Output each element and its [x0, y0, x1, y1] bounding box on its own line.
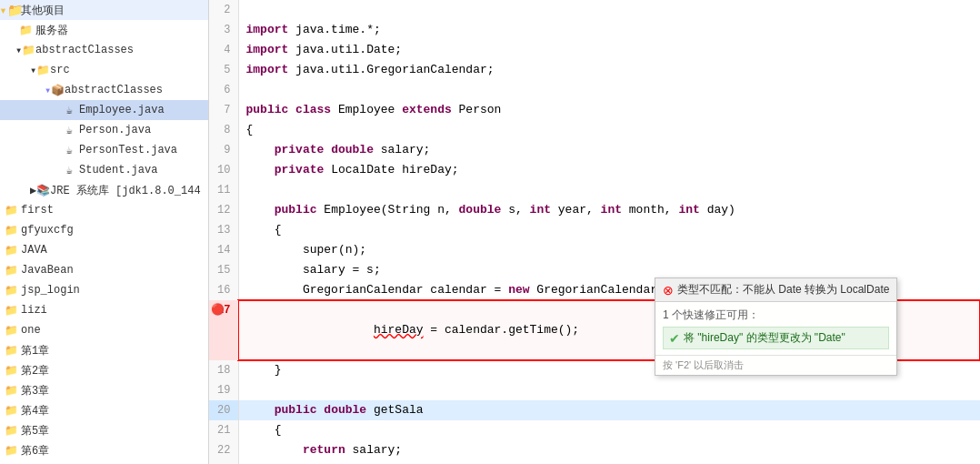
line-number: 🔴17 [209, 300, 238, 360]
folder-icon: 📁 [4, 263, 18, 277]
code-line-2: 2 [209, 0, 980, 20]
line-code[interactable]: public Employee(String n, double s, int … [238, 200, 980, 220]
folder-open-icon: ▾📁 [4, 3, 18, 17]
line-code[interactable]: return salary; [238, 440, 980, 460]
code-line-7: 7 public class Employee extends Person [209, 100, 980, 120]
line-code[interactable] [238, 80, 980, 100]
jre-icon: ▶📚 [33, 183, 47, 197]
error-quickfix-popup[interactable]: ⊗ 类型不匹配：不能从 Date 转换为 LocalDate 1 个快速修正可用… [655, 277, 897, 376]
line-code[interactable]: import java.time.*; [238, 20, 980, 40]
line-number: 15 [209, 260, 238, 280]
code-line-22: 22 return salary; [209, 440, 980, 460]
code-line-5: 5 import java.util.GregorianCalendar; [209, 60, 980, 80]
sidebar-label: abstractClasses [35, 44, 134, 56]
sidebar-item-ch7[interactable]: 📁 第7章 [0, 460, 208, 464]
sidebar-item-ch4[interactable]: 📁 第4章 [0, 400, 208, 420]
code-line-4: 4 import java.util.Date; [209, 40, 980, 60]
folder-icon: 📁 [4, 243, 18, 257]
line-number: 11 [209, 180, 238, 200]
line-code[interactable]: { [238, 420, 980, 440]
line-code[interactable]: private LocalDate hireDay; [238, 160, 980, 180]
sidebar-label: gfyuxcfg [21, 224, 74, 237]
sidebar-label: 服务器 [35, 23, 68, 38]
popup-title: 类型不匹配：不能从 Date 转换为 LocalDate [677, 282, 889, 298]
sidebar-item-ch3[interactable]: 📁 第3章 [0, 380, 208, 400]
sidebar-item-other-projects[interactable]: ▾📁 其他项目 [0, 0, 208, 20]
line-code[interactable]: { [238, 220, 980, 240]
line-number: 6 [209, 80, 238, 100]
sidebar-item-server[interactable]: 📁 服务器 [0, 20, 208, 40]
line-number: 2 [209, 0, 238, 20]
sidebar-label: 第1章 [21, 343, 49, 358]
code-editor[interactable]: 2 3 import java.time.*; 4 import java.ut… [209, 0, 980, 464]
line-number: 5 [209, 60, 238, 80]
sidebar-item-ch5[interactable]: 📁 第5章 [0, 420, 208, 440]
code-line-6: 6 [209, 80, 980, 100]
line-number: 4 [209, 40, 238, 60]
line-code[interactable] [238, 0, 980, 20]
line-code[interactable]: { [238, 120, 980, 140]
code-lines: 2 3 import java.time.*; 4 import java.ut… [209, 0, 980, 464]
line-code[interactable] [238, 180, 980, 200]
sidebar-item-ch2[interactable]: 📁 第2章 [0, 360, 208, 380]
code-line-10: 10 private LocalDate hireDay; [209, 160, 980, 180]
sidebar-item-jsplogin[interactable]: 📁 jsp_login [0, 280, 208, 300]
folder-icon: 📁 [4, 363, 18, 378]
sidebar-item-employee[interactable]: ☕ Employee.java [0, 100, 208, 120]
sidebar-label: 第4章 [21, 403, 49, 419]
sidebar-item-gfyuxcfg[interactable]: 📁 gfyuxcfg [0, 220, 208, 240]
sidebar-label: src [50, 64, 70, 76]
code-line-12: 12 public Employee(String n, double s, i… [209, 200, 980, 220]
code-line-19: 19 [209, 380, 980, 400]
line-code[interactable]: } [238, 460, 980, 464]
sidebar-item-abstract-classes[interactable]: ▾📁 abstractClasses [0, 40, 208, 60]
line-code[interactable]: public double getSala [238, 400, 980, 420]
fix-count-label: 1 个快速修正可用： [663, 308, 889, 323]
package-icon: ▾📦 [47, 83, 62, 97]
sidebar-item-jre[interactable]: ▶📚 JRE 系统库 [jdk1.8.0_144 [0, 180, 208, 200]
sidebar-label: Employee.java [79, 104, 165, 116]
sidebar-item-one[interactable]: 📁 one [0, 320, 208, 340]
line-code[interactable]: import java.util.Date; [238, 40, 980, 60]
sidebar-item-first[interactable]: 📁 first [0, 200, 208, 220]
sidebar-item-javabean[interactable]: 📁 JavaBean [0, 260, 208, 280]
sidebar-item-src[interactable]: ▾📁 src [0, 60, 208, 80]
sidebar-label: JAVA [21, 244, 47, 257]
project-sidebar[interactable]: ▾📁 其他项目 📁 服务器 ▾📁 abstractClasses ▾📁 src … [0, 0, 209, 464]
line-number: 23 [209, 460, 238, 464]
folder-icon: 📁 [4, 203, 18, 217]
sidebar-item-student[interactable]: ☕ Student.java [0, 160, 208, 180]
code-line-23: 23 } [209, 460, 980, 464]
line-code[interactable]: import java.util.GregorianCalendar; [238, 60, 980, 80]
line-code[interactable]: super(n); [238, 240, 980, 260]
java-file-icon: ☕ [62, 123, 76, 137]
sidebar-label: JRE 系统库 [jdk1.8.0_144 [50, 183, 201, 198]
sidebar-item-pkg[interactable]: ▾📦 abstractClasses [0, 80, 208, 100]
line-number: 10 [209, 160, 238, 180]
sidebar-label: 第5章 [21, 423, 49, 439]
line-number: 3 [209, 20, 238, 40]
sidebar-item-person[interactable]: ☕ Person.java [0, 120, 208, 140]
line-number: 12 [209, 200, 238, 220]
sidebar-label: 第2章 [21, 363, 49, 378]
line-code[interactable] [238, 380, 980, 400]
line-number: 22 [209, 440, 238, 460]
quickfix-item[interactable]: ✔ 将 "hireDay" 的类型更改为 "Date" [663, 327, 889, 349]
sidebar-label: JavaBean [21, 264, 74, 277]
popup-body: 1 个快速修正可用： ✔ 将 "hireDay" 的类型更改为 "Date" [655, 302, 896, 355]
line-number: 21 [209, 420, 238, 440]
sidebar-item-lizi[interactable]: 📁 lizi [0, 300, 208, 320]
line-number: 9 [209, 140, 238, 160]
fix-label: 将 "hireDay" 的类型更改为 "Date" [684, 330, 845, 346]
sidebar-item-java[interactable]: 📁 JAVA [0, 240, 208, 260]
sidebar-item-ch1[interactable]: 📁 第1章 [0, 340, 208, 360]
line-number: 14 [209, 240, 238, 260]
line-code[interactable]: public class Employee extends Person [238, 100, 980, 120]
sidebar-item-ch6[interactable]: 📁 第6章 [0, 440, 208, 460]
line-code[interactable]: private double salary; [238, 140, 980, 160]
sidebar-item-persontest[interactable]: ☕ PersonTest.java [0, 140, 208, 160]
sidebar-label: first [21, 204, 54, 217]
fix-icon: ✔ [669, 331, 680, 346]
line-number: 20 [209, 400, 238, 420]
sidebar-label: abstractClasses [65, 84, 163, 96]
